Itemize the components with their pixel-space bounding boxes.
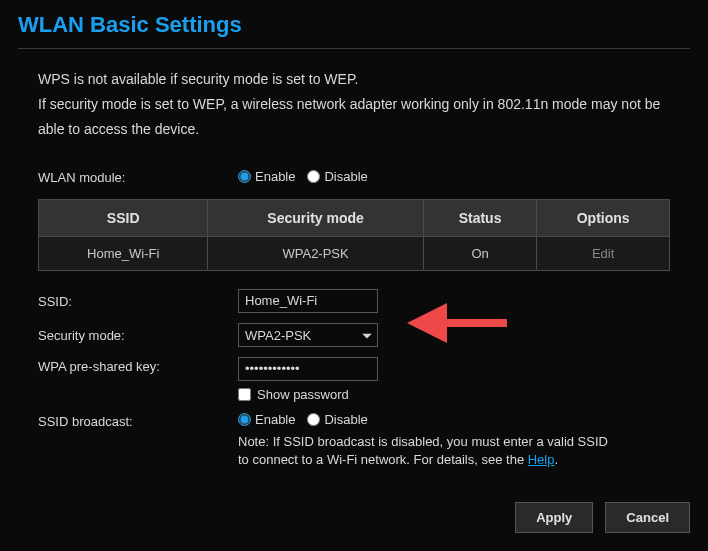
ssid-broadcast-disable-option[interactable]: Disable — [307, 412, 367, 427]
table-cell-security-mode: WPA2-PSK — [208, 236, 423, 270]
ssid-broadcast-enable-option[interactable]: Enable — [238, 412, 295, 427]
ssid-broadcast-label: SSID broadcast: — [38, 412, 238, 429]
info-text: WPS is not available if security mode is… — [38, 67, 670, 143]
ssid-broadcast-note: Note: If SSID broadcast is disabled, you… — [238, 433, 618, 469]
table-cell-ssid: Home_Wi-Fi — [39, 236, 208, 270]
wpa-key-input[interactable] — [238, 357, 378, 381]
ssid-broadcast-disable-radio[interactable] — [307, 413, 320, 426]
page-title: WLAN Basic Settings — [18, 12, 690, 38]
show-password-label: Show password — [257, 387, 349, 402]
security-mode-select[interactable]: WPA2-PSK — [238, 323, 378, 347]
table-cell-status: On — [423, 236, 537, 270]
info-line-1: WPS is not available if security mode is… — [38, 67, 670, 92]
ssid-table: SSID Security mode Status Options Home_W… — [38, 199, 670, 271]
wlan-module-disable-radio[interactable] — [307, 170, 320, 183]
cancel-button[interactable]: Cancel — [605, 502, 690, 533]
wlan-module-disable-option[interactable]: Disable — [307, 169, 367, 184]
ssid-broadcast-enable-radio[interactable] — [238, 413, 251, 426]
security-mode-label: Security mode: — [38, 326, 238, 343]
ssid-broadcast-enable-label: Enable — [255, 412, 295, 427]
table-header-status: Status — [423, 199, 537, 236]
apply-button[interactable]: Apply — [515, 502, 593, 533]
wlan-module-enable-radio[interactable] — [238, 170, 251, 183]
wlan-module-enable-label: Enable — [255, 169, 295, 184]
ssid-input[interactable] — [238, 289, 378, 313]
ssid-broadcast-disable-label: Disable — [324, 412, 367, 427]
table-row[interactable]: Home_Wi-Fi WPA2-PSK On Edit — [39, 236, 670, 270]
info-line-2: If security mode is set to WEP, a wirele… — [38, 92, 670, 142]
ssid-label: SSID: — [38, 292, 238, 309]
wpa-key-label: WPA pre-shared key: — [38, 357, 238, 374]
wlan-module-enable-option[interactable]: Enable — [238, 169, 295, 184]
table-edit-link[interactable]: Edit — [592, 246, 614, 261]
help-link[interactable]: Help — [528, 452, 555, 467]
table-header-row: SSID Security mode Status Options — [39, 199, 670, 236]
show-password-checkbox[interactable] — [238, 388, 251, 401]
table-header-security-mode: Security mode — [208, 199, 423, 236]
title-divider — [18, 48, 690, 49]
table-header-options: Options — [537, 199, 670, 236]
table-header-ssid: SSID — [39, 199, 208, 236]
button-bar: Apply Cancel — [515, 502, 690, 533]
wlan-module-label: WLAN module: — [38, 168, 238, 185]
wlan-module-disable-label: Disable — [324, 169, 367, 184]
